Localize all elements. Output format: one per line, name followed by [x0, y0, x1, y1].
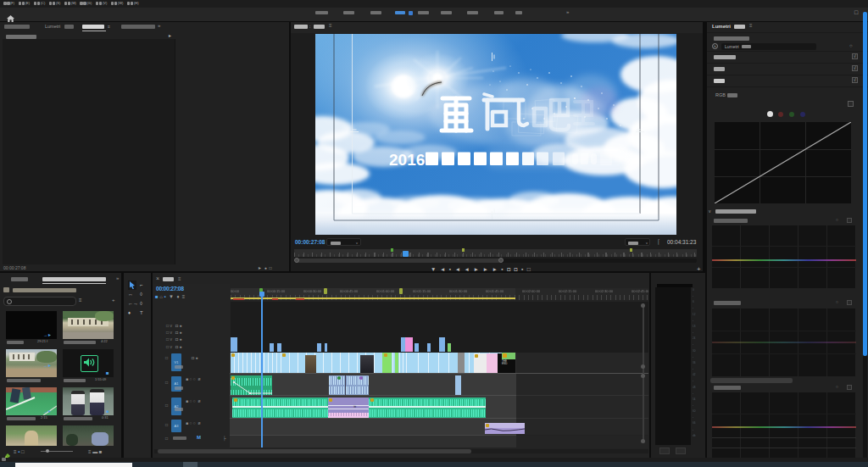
svg-text:2016: 2016: [389, 151, 425, 169]
